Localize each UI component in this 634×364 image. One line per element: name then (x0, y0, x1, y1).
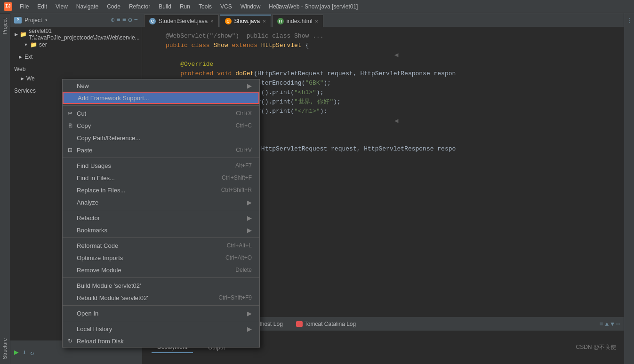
project-toolbar: ⊕ ≡ ≡ ⚙ − (111, 16, 138, 24)
tab-icon-student: C (149, 18, 156, 24)
settings-icon[interactable]: ⚙ (128, 16, 132, 24)
code-line-4: @Override (142, 59, 624, 69)
fold-icon[interactable]: ≡ (122, 16, 126, 24)
src-folder-icon: 📁 (30, 41, 37, 48)
ctx-item-build-module[interactable]: Build Module 'servlet02' (63, 279, 259, 292)
tree-arrow-ext: ▶ (18, 55, 23, 59)
tree-item-servlet01[interactable]: ▶ 📁 servlet01 T:\JavaPoJie_projectcode\J… (10, 29, 142, 40)
right-sidebar-icon[interactable]: ⋮ (626, 17, 632, 24)
ctx-separator-6 (63, 305, 259, 306)
menu-file[interactable]: File (16, 2, 32, 11)
scope-icon[interactable]: ⊕ (111, 16, 114, 24)
ctx-replace-shortcut: Ctrl+Shift+R (221, 187, 252, 193)
toolbar-up-icon[interactable]: ▲ (605, 321, 609, 328)
toolbar-more-icon[interactable]: ⋯ (616, 320, 620, 328)
code-text-4: @Override (166, 61, 213, 68)
sync-icon[interactable]: ↻ (30, 349, 34, 357)
minimize-icon[interactable]: − (134, 16, 138, 24)
tomcat-catalina-icon (296, 321, 303, 327)
ctx-item-refactor[interactable]: Refactor ▶ (63, 212, 259, 224)
tab-close-student[interactable]: × (210, 18, 213, 24)
tree-item-ext[interactable]: ▶ Ext (10, 52, 142, 62)
tree-item-src[interactable]: ▼ 📁 ser (10, 40, 142, 50)
ctx-item-rebuild-module[interactable]: Rebuild Module 'servlet02' Ctrl+Shift+F9 (63, 292, 259, 304)
ctx-item-new[interactable]: New ▶ (63, 79, 259, 92)
ctx-item-cut[interactable]: ✂ Cut Ctrl+X (63, 107, 259, 119)
ctx-item-copy-path[interactable]: Copy Path/Reference... (63, 132, 259, 144)
tab-show-java[interactable]: C Show.java × (220, 15, 271, 27)
ctx-new-arrow: ▶ (247, 82, 252, 89)
ctx-remove-shortcut: Delete (235, 267, 252, 273)
collapse-all-icon[interactable]: ≡ (116, 16, 120, 24)
menu-code[interactable]: Code (103, 2, 124, 11)
ext-label: Ext (24, 54, 32, 60)
project-dropdown-arrow[interactable]: ▾ (45, 17, 48, 23)
ctx-refactor-arrow: ▶ (247, 214, 252, 222)
menu-window[interactable]: Window (237, 2, 265, 11)
ctx-item-replace-in-files[interactable]: Replace in Files... Ctrl+Shift+R (63, 184, 259, 196)
paste-icon: ⊡ (66, 146, 74, 154)
ctx-add-framework-label: Add Framework Support... (78, 95, 149, 102)
sidebar-item-project[interactable]: Project (0, 13, 10, 39)
ctx-separator-5 (63, 277, 259, 278)
tab-index-html[interactable]: H index.html × (272, 15, 323, 27)
tree-arrow-web: ▶ (20, 76, 24, 81)
ctx-item-paste[interactable]: ⊡ Paste Ctrl+V (63, 144, 259, 156)
code-line-2: public class Show extends HttpServlet { (142, 40, 624, 50)
menu-view[interactable]: View (52, 2, 72, 11)
ctx-item-remove-module[interactable]: Remove Module Delete (63, 264, 259, 276)
menu-tools[interactable]: Tools (195, 2, 216, 11)
menu-refactor[interactable]: Refactor (125, 2, 154, 11)
bottom-tab-tomcat-catalina[interactable]: Tomcat Catalina Log (290, 318, 361, 330)
code-line-5: protected void doGet(HttpServletRequest … (142, 69, 624, 78)
web-item-label: We (26, 75, 35, 82)
ctx-separator-7 (63, 321, 259, 321)
ctx-item-open-in[interactable]: Open In ▶ (63, 307, 259, 319)
ctx-local-history-label: Local History (77, 325, 112, 332)
menu-navigate[interactable]: Navigate (72, 2, 102, 11)
main-layout: Project Structure P Project ▾ ⊕ ≡ ≡ ⚙ − … (0, 13, 634, 364)
menu-build[interactable]: Build (155, 2, 175, 11)
ctx-item-reload-from-disk[interactable]: ↻ Reload from Disk (63, 335, 259, 347)
tree-arrow: ▶ (14, 32, 18, 37)
ctx-find-in-files-shortcut: Ctrl+Shift+F (222, 174, 252, 181)
ctx-optimize-shortcut: Ctrl+Alt+O (225, 254, 252, 261)
menu-edit[interactable]: Edit (33, 2, 51, 11)
web-section-label: Web (10, 62, 142, 73)
tab-close-index[interactable]: × (315, 18, 318, 24)
ctx-bookmarks-label: Bookmarks (77, 227, 107, 234)
menu-vcs[interactable]: VCS (217, 2, 236, 11)
ctx-find-usages-label: Find Usages (77, 162, 111, 169)
context-menu: New ▶ Add Framework Support... ✂ Cut Ctr… (62, 79, 260, 348)
ctx-separator-3 (63, 210, 259, 210)
toolbar-lines-icon[interactable]: ≡ (600, 321, 603, 328)
sidebar-item-structure[interactable]: Structure (0, 333, 10, 364)
ctx-paste-label: Paste (77, 147, 92, 154)
ctx-item-find-in-files[interactable]: Find in Files... Ctrl+Shift+F (63, 172, 259, 184)
reload-icon: ↻ (66, 337, 74, 345)
ctx-rebuild-shortcut: Ctrl+Shift+F9 (218, 294, 252, 301)
code-line-1: @WebServlet("/show") public class Show .… (142, 31, 624, 40)
code-text-2: public class Show extends HttpServlet { (166, 42, 309, 49)
tab-close-show[interactable]: × (263, 18, 265, 24)
menu-run[interactable]: Run (176, 2, 194, 11)
ctx-item-find-usages[interactable]: Find Usages Alt+F7 (63, 159, 259, 172)
ctx-item-add-framework[interactable]: Add Framework Support... (63, 92, 259, 104)
tab-label-show: Show.java (234, 18, 260, 24)
ctx-cut-label: Cut (77, 110, 86, 117)
code-text-1: @WebServlet("/show") public class Show .… (166, 32, 323, 40)
ctx-item-optimize-imports[interactable]: Optimize Imports Ctrl+Alt+O (63, 252, 259, 264)
debug-icon[interactable]: ⬇ (23, 348, 26, 356)
ctx-item-analyze[interactable]: Analyze ▶ (63, 196, 259, 208)
toolbar-down-icon[interactable]: ▼ (610, 321, 614, 328)
ctx-optimize-imports-label: Optimize Imports (77, 254, 123, 261)
tab-icon-index: H (277, 18, 284, 24)
tab-student-servlet[interactable]: C StudentServlet.java × (144, 15, 219, 27)
tab-icon-show: C (225, 18, 232, 24)
ctx-item-local-history[interactable]: Local History ▶ (63, 323, 259, 335)
cut-icon: ✂ (66, 110, 74, 117)
ctx-item-bookmarks[interactable]: Bookmarks ▶ (63, 224, 259, 236)
run-button[interactable]: ▶ (14, 348, 19, 357)
ctx-item-copy[interactable]: ⎘ Copy Ctrl+C (63, 119, 259, 132)
ctx-item-reformat[interactable]: Reformat Code Ctrl+Alt+L (63, 239, 259, 252)
